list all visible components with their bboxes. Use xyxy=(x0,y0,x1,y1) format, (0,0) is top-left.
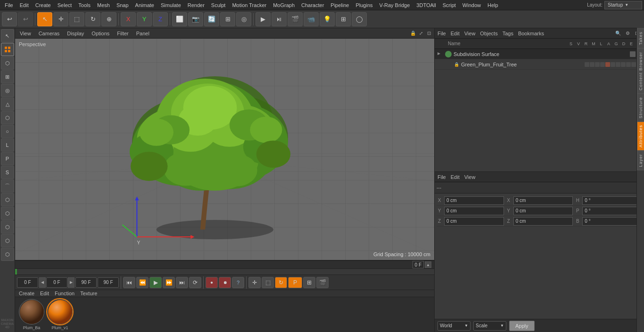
apply-button[interactable]: Apply xyxy=(509,321,535,331)
vp-menu-filter[interactable]: Filter xyxy=(114,30,131,37)
snap-button[interactable]: ◯ xyxy=(352,12,367,26)
go-to-start-btn[interactable]: ⏮ xyxy=(123,277,135,288)
vp-lock-icon[interactable]: 🔒 xyxy=(410,30,416,37)
menu-render[interactable]: Render xyxy=(185,1,207,9)
attr-menu-file[interactable]: File xyxy=(438,174,446,180)
help-btn[interactable]: ? xyxy=(232,277,244,288)
rotate-tool-button[interactable]: ↻ xyxy=(85,12,100,26)
p-btn[interactable]: P xyxy=(288,277,302,288)
viewport-canvas[interactable]: Perspective xyxy=(15,39,434,260)
sidebar-curve-btn[interactable]: ⌒ xyxy=(1,179,14,193)
menu-mograph[interactable]: MoGraph xyxy=(270,1,297,9)
world-dropdown[interactable]: World ▼ xyxy=(438,321,471,331)
mat-menu-edit[interactable]: Edit xyxy=(40,291,49,296)
x-size-field[interactable]: 0 cm xyxy=(513,196,573,205)
transport-start-frame2[interactable]: 0 F xyxy=(46,277,67,288)
transport-end-frame2[interactable]: 90 F xyxy=(98,277,119,288)
y-pos-field[interactable]: 0 cm xyxy=(444,207,504,215)
menu-mesh[interactable]: Mesh xyxy=(94,1,113,9)
frame-next-small[interactable]: ▶ xyxy=(68,277,74,288)
tab-structure[interactable]: Structure xyxy=(637,94,644,122)
menu-vray[interactable]: V-Ray Bridge xyxy=(377,1,413,9)
z-axis-button[interactable]: Z xyxy=(153,12,168,26)
camera-button[interactable]: 📷 xyxy=(188,12,203,26)
mat-menu-texture[interactable]: Texture xyxy=(80,291,97,296)
render-preview-button[interactable]: ▶ xyxy=(256,12,271,26)
menu-pipeline[interactable]: Pipeline xyxy=(328,1,352,9)
tab-content-browser[interactable]: Content Browser xyxy=(637,49,644,94)
obj-menu-objects[interactable]: Objects xyxy=(480,31,497,36)
menu-script[interactable]: Script xyxy=(440,1,459,9)
auto-keyframe-btn[interactable]: ⏺ xyxy=(219,277,231,288)
sidebar-line-btn[interactable]: L xyxy=(1,138,14,152)
move-tool-button[interactable]: ✛ xyxy=(53,12,68,26)
attr-menu-edit[interactable]: Edit xyxy=(451,174,460,180)
menu-sculpt[interactable]: Sculpt xyxy=(208,1,229,9)
menu-edit[interactable]: Edit xyxy=(17,1,32,9)
play-btn[interactable]: ▶ xyxy=(149,277,162,288)
menu-3dtoall[interactable]: 3DTOAll xyxy=(413,1,438,9)
z-size-field[interactable]: 0 cm xyxy=(513,217,573,226)
camera-record-button[interactable]: 📹 xyxy=(304,12,319,26)
select-tool-button[interactable]: ↖ xyxy=(37,12,52,26)
sidebar-select-btn[interactable]: ↖ xyxy=(1,29,14,42)
loop-btn[interactable]: ⟳ xyxy=(189,277,201,288)
obj-menu-tags[interactable]: Tags xyxy=(503,31,513,36)
sidebar-grid-btn[interactable]: ⊞ xyxy=(1,70,14,83)
grid-btn-transport[interactable]: ⊞ xyxy=(303,277,315,288)
material-item-1[interactable]: Plum_Ba xyxy=(19,299,44,330)
attr-menu-view[interactable]: View xyxy=(464,174,476,180)
menu-animate[interactable]: Animate xyxy=(132,1,157,9)
record-btn[interactable]: ● xyxy=(206,277,218,288)
tab-takes[interactable]: Takes xyxy=(637,28,644,49)
b-field[interactable]: 0 ° xyxy=(582,217,642,226)
sidebar-tri-btn[interactable]: △ xyxy=(1,97,14,111)
menu-create[interactable]: Create xyxy=(33,1,54,9)
sidebar-hex7-btn[interactable]: ⬡ xyxy=(1,248,14,261)
obj-menu-view[interactable]: View xyxy=(464,31,476,36)
move-tool-2[interactable]: ✛ xyxy=(248,277,261,288)
transport-start-frame[interactable]: 0 F xyxy=(17,277,38,288)
undo-button[interactable]: ↩ xyxy=(2,12,17,26)
group-button[interactable]: 🔄 xyxy=(204,12,219,26)
material-swatch-1[interactable] xyxy=(19,299,44,324)
z-pos-field[interactable]: 0 cm xyxy=(444,217,504,226)
menu-snap[interactable]: Snap xyxy=(114,1,132,9)
sidebar-hex6-btn[interactable]: ⬡ xyxy=(1,234,14,247)
sidebar-circle-btn[interactable]: ◎ xyxy=(1,84,14,97)
menu-motion-tracker[interactable]: Motion Tracker xyxy=(229,1,269,9)
rotate-tool-2[interactable]: ↻ xyxy=(275,277,287,288)
transport-end-frame[interactable]: 90 F xyxy=(75,277,97,288)
objects-settings-btn[interactable]: ⚙ xyxy=(623,29,632,38)
sidebar-sphere-btn[interactable]: ○ xyxy=(1,125,14,138)
menu-select[interactable]: Select xyxy=(55,1,75,9)
menu-file[interactable]: File xyxy=(2,1,16,9)
vp-menu-view[interactable]: View xyxy=(17,30,34,37)
scale-tool-2[interactable]: ⬚ xyxy=(262,277,274,288)
next-frame-btn[interactable]: ⏩ xyxy=(163,277,175,288)
objects-search-btn[interactable]: 🔍 xyxy=(614,29,622,38)
object-mode-button[interactable]: ⬜ xyxy=(172,12,187,26)
y-size-field[interactable]: 0 cm xyxy=(513,207,573,215)
go-to-end-btn[interactable]: ⏭ xyxy=(176,277,188,288)
tab-attributes[interactable]: Attributes xyxy=(637,121,644,151)
film-btn-transport[interactable]: 🎬 xyxy=(316,277,329,288)
sidebar-hex3-btn[interactable]: ⬡ xyxy=(1,193,14,206)
x-axis-button[interactable]: X xyxy=(121,12,136,26)
h-field[interactable]: 0 ° xyxy=(582,196,642,205)
display-button[interactable]: ◎ xyxy=(236,12,251,26)
y-axis-button[interactable]: Y xyxy=(137,12,152,26)
render-active-button[interactable]: ⏯ xyxy=(272,12,287,26)
vp-menu-display[interactable]: Display xyxy=(64,30,87,37)
menu-help[interactable]: Help xyxy=(485,1,501,9)
vp-menu-cameras[interactable]: Cameras xyxy=(36,30,63,37)
timeline-expand-btn[interactable]: ▲ xyxy=(425,261,431,268)
object-row-tree[interactable]: 🔒 Green_Plum_Fruit_Tree xyxy=(435,59,644,70)
prev-frame-btn[interactable]: ⏪ xyxy=(136,277,149,288)
render-settings-button[interactable]: 🎬 xyxy=(288,12,303,26)
sidebar-active-btn[interactable] xyxy=(1,43,14,56)
layout-dropdown[interactable]: Startup ▼ xyxy=(604,1,642,9)
vp-menu-panel[interactable]: Panel xyxy=(133,30,152,37)
vp-maximize-icon[interactable]: ⊡ xyxy=(426,30,432,37)
material-item-2[interactable]: Plum_v1 xyxy=(47,299,73,330)
